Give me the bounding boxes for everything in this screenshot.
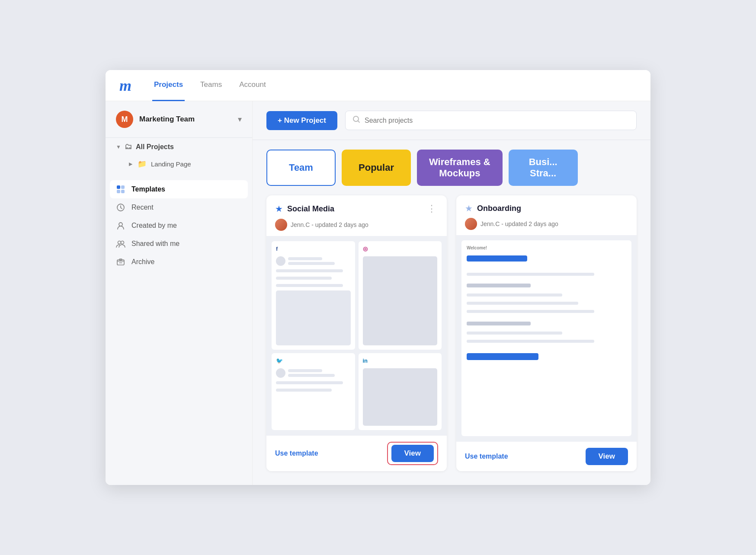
- sidebar-item-landing-page[interactable]: ▶ 📁 Landing Page: [106, 156, 252, 172]
- more-options-icon[interactable]: ⋮: [425, 203, 438, 214]
- cards-grid: ★ Social Media ⋮ Jenn.C - updated 2 days…: [253, 186, 650, 485]
- sidebar: M Marketing Team ▾ ▼ 🗂 All Projects ▶ 📁 …: [106, 101, 253, 485]
- arrow-right-icon: ▶: [129, 161, 132, 167]
- team-avatar: M: [116, 111, 133, 128]
- view-button[interactable]: View: [391, 445, 434, 462]
- arrow-down-icon: ▼: [116, 144, 121, 150]
- facebook-icon: f: [276, 246, 278, 252]
- card-footer: Use template View: [266, 435, 447, 471]
- svg-point-10: [353, 116, 359, 121]
- card-meta-text-onboarding: Jenn.C - updated 2 days ago: [481, 220, 558, 227]
- svg-rect-3: [121, 190, 125, 193]
- twitter-preview: 🐦: [272, 353, 355, 430]
- view-btn-highlight: View: [387, 442, 438, 465]
- twitter-icon: 🐦: [276, 357, 283, 364]
- search-icon: [352, 115, 360, 125]
- card-meta-onboarding: Jenn.C - updated 2 days ago: [456, 218, 637, 235]
- avatar: [275, 219, 287, 231]
- card-meta: Jenn.C - updated 2 days ago: [266, 219, 447, 236]
- cat-tab-team[interactable]: Team: [266, 150, 336, 186]
- avatar-onboarding: [465, 218, 477, 230]
- card-preview: f: [266, 236, 447, 435]
- card-onboarding: ★ Onboarding Jenn.C - updated 2 days ago: [456, 195, 637, 471]
- team-selector[interactable]: M Marketing Team ▾: [106, 101, 252, 138]
- app-logo: m: [119, 77, 131, 95]
- sidebar-item-all-projects[interactable]: ▼ 🗂 All Projects: [106, 138, 252, 156]
- svg-rect-0: [117, 185, 120, 189]
- sidebar-item-created-by-me[interactable]: Created by me: [106, 217, 252, 235]
- card-footer-onboarding: Use template View: [456, 441, 637, 471]
- instagram-icon: ◎: [363, 246, 368, 252]
- cat-tab-popular[interactable]: Popular: [342, 150, 411, 186]
- svg-point-6: [118, 241, 121, 244]
- category-tabs: Team Popular Wireframes &Mockups Busi...…: [253, 140, 650, 186]
- view-button-onboarding[interactable]: View: [586, 448, 628, 465]
- top-nav: m Projects Teams Account: [106, 70, 650, 101]
- instagram-preview: ◎: [359, 241, 442, 350]
- svg-point-5: [119, 223, 122, 226]
- sidebar-item-shared-with-me[interactable]: Shared with me: [106, 235, 252, 253]
- card-title-onboarding: Onboarding: [477, 204, 628, 213]
- tab-teams[interactable]: Teams: [199, 70, 224, 101]
- app-body: M Marketing Team ▾ ▼ 🗂 All Projects ▶ 📁 …: [106, 101, 650, 485]
- sidebar-item-templates[interactable]: Templates: [110, 180, 248, 198]
- star-icon: ★: [275, 204, 283, 214]
- search-bar: [345, 111, 637, 130]
- facebook-preview: f: [272, 241, 355, 350]
- card-title: Social Media: [287, 204, 421, 214]
- linkedin-preview: in: [359, 353, 442, 430]
- projects-folder-icon: 🗂: [125, 142, 132, 151]
- main-toolbar: + New Project: [253, 101, 650, 140]
- card-meta-text: Jenn.C - updated 2 days ago: [291, 221, 368, 228]
- app-window: m Projects Teams Account M Marketing Tea…: [106, 70, 650, 485]
- card-header: ★ Social Media ⋮: [266, 195, 447, 219]
- use-template-button-onboarding[interactable]: Use template: [465, 453, 508, 460]
- cat-tab-wireframes[interactable]: Wireframes &Mockups: [417, 150, 503, 186]
- use-template-button[interactable]: Use template: [275, 450, 318, 457]
- svg-rect-8: [117, 260, 124, 265]
- cat-tab-business[interactable]: Busi...Stra...: [509, 150, 578, 186]
- folder-icon: 📁: [138, 159, 147, 169]
- svg-rect-2: [117, 190, 120, 193]
- archive-icon: [116, 257, 125, 267]
- svg-point-7: [121, 241, 124, 244]
- card-social-media: ★ Social Media ⋮ Jenn.C - updated 2 days…: [266, 195, 447, 471]
- linkedin-icon: in: [363, 357, 368, 364]
- group-icon: [116, 239, 125, 249]
- person-icon: [116, 221, 125, 230]
- team-name-label: Marketing Team: [139, 115, 232, 124]
- sidebar-item-recent[interactable]: Recent: [106, 198, 252, 217]
- card-header-onboarding: ★ Onboarding: [456, 195, 637, 218]
- sidebar-item-archive[interactable]: Archive: [106, 253, 252, 271]
- svg-rect-1: [121, 185, 125, 189]
- tab-account[interactable]: Account: [237, 70, 267, 101]
- tab-projects[interactable]: Projects: [152, 70, 185, 101]
- chevron-down-icon: ▾: [238, 115, 242, 124]
- search-input[interactable]: [365, 117, 629, 124]
- star-icon-onboarding: ★: [465, 203, 473, 214]
- templates-icon: [116, 185, 125, 194]
- onboarding-card-preview: Welcome!: [456, 235, 637, 441]
- main-content: + New Project Team Popul: [253, 101, 650, 485]
- new-project-button[interactable]: + New Project: [266, 111, 337, 130]
- clock-icon: [116, 203, 125, 212]
- sidebar-nav: Templates Recent: [106, 172, 252, 271]
